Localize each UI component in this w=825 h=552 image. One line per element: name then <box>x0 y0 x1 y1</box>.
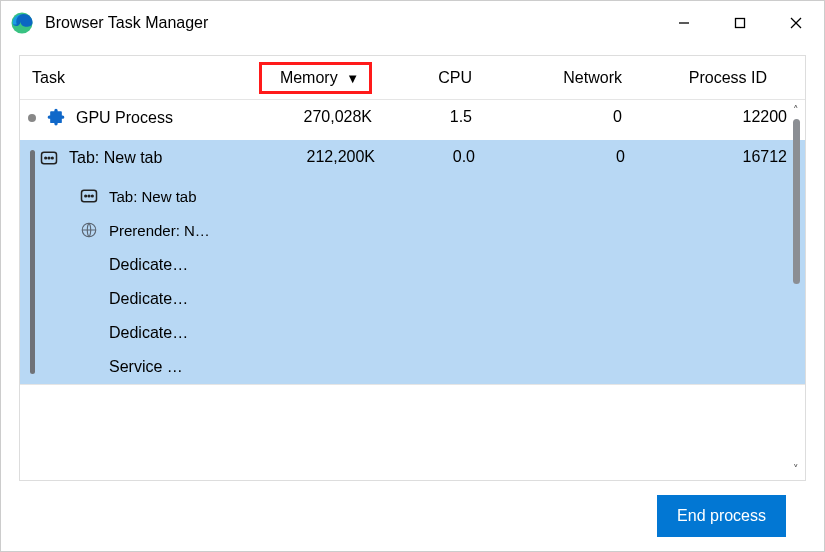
table-row[interactable]: GPU Process 270,028K 1.5 0 12200 <box>20 100 805 140</box>
scroll-up-icon[interactable]: ˄ <box>793 104 799 117</box>
minimize-button[interactable] <box>656 1 712 45</box>
globe-icon <box>79 220 99 240</box>
maximize-button[interactable] <box>712 1 768 45</box>
task-label: Tab: New tab <box>69 149 162 167</box>
table-row-selected-group[interactable]: Tab: New tab 212,200K 0.0 0 16712 <box>20 140 805 384</box>
svg-point-12 <box>92 195 94 197</box>
task-label: Prerender: N… <box>109 222 210 239</box>
task-label: GPU Process <box>76 109 173 127</box>
window-title: Browser Task Manager <box>45 14 208 32</box>
memory-value: 212,200K <box>255 140 393 166</box>
task-label: Service Work… <box>39 350 189 384</box>
vertical-scrollbar[interactable]: ˄ ˅ <box>789 104 803 476</box>
close-button[interactable] <box>768 1 824 45</box>
column-header-pid[interactable]: Process ID <box>640 69 785 87</box>
task-label: Dedicated W… <box>39 316 189 350</box>
task-table: Task Memory ▼ CPU Network Process ID <box>19 55 806 481</box>
edge-icon <box>9 10 35 36</box>
title-bar: Browser Task Manager <box>1 1 824 45</box>
cpu-value: 1.5 <box>390 100 490 126</box>
svg-point-11 <box>88 195 90 197</box>
group-indicator-bar <box>30 150 35 374</box>
task-label: Dedicated W… <box>39 248 189 282</box>
expand-dot-icon <box>28 114 36 122</box>
network-value: 0 <box>493 140 643 166</box>
svg-rect-2 <box>736 19 745 28</box>
scroll-down-icon[interactable]: ˅ <box>793 463 799 476</box>
content-area: Task Memory ▼ CPU Network Process ID <box>1 45 824 551</box>
tab-icon <box>39 148 59 168</box>
column-header-network[interactable]: Network <box>490 69 640 87</box>
pid-value: 16712 <box>643 140 805 166</box>
svg-point-10 <box>85 195 87 197</box>
table-body: GPU Process 270,028K 1.5 0 12200 <box>20 100 805 480</box>
pid-value: 12200 <box>640 100 805 126</box>
puzzle-icon <box>46 108 66 128</box>
column-header-task[interactable]: Task <box>20 69 252 87</box>
memory-highlight: Memory ▼ <box>259 62 372 94</box>
svg-point-7 <box>48 157 50 159</box>
child-list: Tab: New tab Prerender: N… Dedica <box>39 180 805 384</box>
sort-indicator-icon: ▼ <box>346 71 359 86</box>
end-process-button[interactable]: End process <box>657 495 786 537</box>
tab-icon <box>79 186 99 206</box>
column-header-memory-label: Memory <box>280 69 338 86</box>
column-header-cpu[interactable]: CPU <box>390 69 490 87</box>
memory-value: 270,028K <box>252 100 390 126</box>
network-value: 0 <box>490 100 640 126</box>
svg-line-3 <box>791 18 801 28</box>
svg-point-6 <box>45 157 47 159</box>
svg-line-4 <box>791 18 801 28</box>
task-label: Dedicated W… <box>39 282 189 316</box>
svg-point-8 <box>52 157 54 159</box>
task-label: Tab: New tab <box>109 188 197 205</box>
column-header-row: Task Memory ▼ CPU Network Process ID <box>20 56 805 100</box>
table-row-partial[interactable] <box>20 384 805 398</box>
scroll-thumb[interactable] <box>793 119 800 284</box>
column-header-memory[interactable]: Memory ▼ <box>252 62 390 94</box>
footer: End process <box>19 481 806 551</box>
cpu-value: 0.0 <box>393 140 493 166</box>
